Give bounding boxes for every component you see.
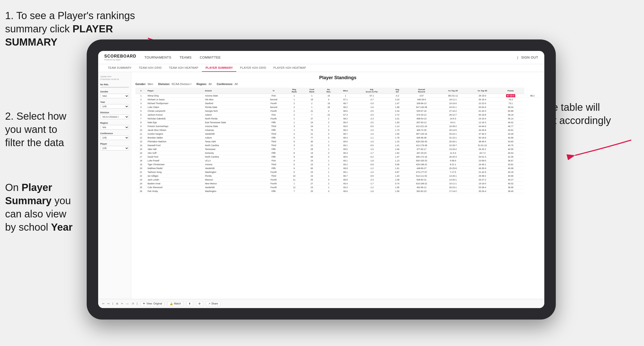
- nav-right: | Sign out: [517, 54, 538, 60]
- table-cell: 2: [303, 102, 321, 105]
- table-cell: 69.1: [337, 144, 354, 147]
- share-btn[interactable]: ↗ Share: [206, 301, 221, 306]
- view-original-btn[interactable]: 👁 View: Original: [140, 301, 164, 306]
- table-cell: 1.73: [389, 128, 405, 132]
- view-icon: 👁: [143, 302, 145, 305]
- table-cell: 1.47: [389, 102, 405, 105]
- undo-icon[interactable]: ↩: [102, 302, 104, 305]
- table-cell: 57-23-0: [497, 94, 525, 98]
- nav-teams[interactable]: TEAMS: [179, 54, 191, 60]
- table-cell: 1.98: [389, 105, 405, 109]
- table-cell: 68.8: [337, 178, 354, 182]
- table-cell: Florida: [204, 174, 262, 178]
- watch-btn[interactable]: 🔔 Watch: [168, 301, 183, 306]
- table-row: 15Jake HallTennesseeFifth728168.5-1.51.6…: [135, 147, 540, 151]
- table-cell: Georgia Tech: [204, 109, 262, 113]
- gender-label: Gender: [100, 90, 129, 93]
- table-cell: 43.49: [497, 132, 525, 136]
- table-row: 9Preston SummerhaysArizona StateThird324…: [135, 124, 540, 128]
- division-select[interactable]: NCAA Division I: [100, 115, 129, 119]
- table-row: 6Jackson KoivunAuburnFirst272267.3-2.02.…: [135, 113, 540, 117]
- table-cell: 21: [303, 132, 321, 136]
- table-cell: -1.2: [354, 167, 389, 170]
- table-cell: -1.7: [354, 151, 389, 155]
- sub-nav-team-h2h-heatmap[interactable]: TEAM H2H HEATMAP: [165, 64, 202, 72]
- col-wins: Wins: [337, 88, 354, 94]
- table-cell: Third: [262, 174, 285, 178]
- refresh-icon[interactable]: ↺: [132, 302, 134, 305]
- table-cell: 1: [321, 124, 337, 128]
- table-cell: 1: [285, 98, 303, 102]
- table-cell: 44-26-8: [468, 128, 497, 132]
- table-cell: 68.6: [337, 189, 354, 193]
- cut-icon[interactable]: ✂: [121, 302, 123, 305]
- table-cell: 547-140-38: [405, 105, 438, 109]
- copy-icon[interactable]: ⧉: [116, 302, 118, 305]
- table-cell: 5: [285, 163, 303, 167]
- table-cell: 1: [321, 140, 337, 144]
- rds-slider[interactable]: [100, 87, 129, 88]
- table-cell: -1.0: [354, 132, 389, 136]
- nav-separator: |: [517, 56, 518, 59]
- table-cell: Missouri: [204, 178, 262, 182]
- nav-signout[interactable]: Sign out: [521, 54, 538, 60]
- table-cell: 50-19-8: [468, 113, 497, 117]
- table-cell: 40.68: [497, 174, 525, 178]
- sub-nav-team-h2h-grid[interactable]: TEAM H2H GRID: [135, 64, 165, 72]
- table-cell: 68.2: [337, 117, 354, 121]
- sub-nav-team-summary[interactable]: TEAM SUMMARY: [104, 64, 135, 72]
- table-cell: 19-39-2: [438, 124, 468, 128]
- table-cell: 61-20-3: [468, 109, 497, 113]
- table-cell: 1: [135, 94, 147, 98]
- col-points: Points: [497, 88, 525, 94]
- year-select[interactable]: (All): [100, 104, 129, 109]
- table-cell: 20-25-8: [438, 167, 468, 170]
- sub-nav-player-h2h-grid[interactable]: PLAYER H2H GRID: [236, 64, 270, 72]
- filter-region-val: All: [209, 82, 212, 86]
- table-cell: 17: [135, 155, 147, 159]
- table-cell: 6: [285, 170, 303, 174]
- table-cell: 6: [285, 167, 303, 170]
- nav-committee[interactable]: COMMITTEE: [200, 54, 221, 60]
- table-cell: 7-17-5: [438, 170, 468, 174]
- conference-select[interactable]: (All): [100, 135, 129, 140]
- table-cell: -3.2: [389, 94, 405, 98]
- table-cell: 20-26-1: [438, 140, 468, 144]
- filters-row: Gender: Men Division: NCAA Division I Re…: [135, 82, 540, 86]
- table-cell: 1.43: [389, 174, 405, 178]
- table-cell: 509-82-21: [405, 178, 438, 182]
- ann4-bold3: Year: [51, 222, 73, 233]
- logo-sub: Powered by dippd: [104, 59, 136, 61]
- table-cell: -2.5: [354, 121, 389, 124]
- table-cell: 628-150-30: [405, 140, 438, 144]
- sub-nav-player-summary[interactable]: PLAYER SUMMARY: [202, 64, 236, 72]
- table-cell: 616-168-22: [405, 182, 438, 186]
- nav-tournaments[interactable]: TOURNAMENTS: [145, 54, 172, 60]
- table-cell: 20-14-5: [438, 128, 468, 132]
- region-select[interactable]: N/a: [100, 125, 129, 130]
- table-cell: 13-18-2: [438, 147, 468, 151]
- filter-gender-val: Men: [148, 82, 153, 86]
- ann2-l1: 2. Select how: [5, 110, 66, 122]
- table-cell: 6: [285, 140, 303, 144]
- table-cell: 68.4: [337, 136, 354, 140]
- sub-nav-player-h2h-heatmap[interactable]: PLAYER H2H HEATMAP: [270, 64, 310, 72]
- download-btn[interactable]: ⬇: [186, 301, 193, 306]
- ann4-l4: by school: [5, 222, 51, 233]
- player-select[interactable]: (All): [100, 146, 129, 150]
- table-cell: 24-45-1: [468, 163, 497, 167]
- gender-select[interactable]: Men: [100, 94, 129, 98]
- table-cell: 11: [285, 178, 303, 182]
- nav-links: TOURNAMENTS TEAMS COMMITTEE: [145, 54, 517, 60]
- table-cell: 22: [321, 113, 337, 117]
- settings-btn[interactable]: ⚙: [196, 301, 203, 306]
- table-cell: 12: [135, 136, 147, 140]
- table-cell: 1.61: [389, 167, 405, 170]
- table-cell: Auburn: [204, 113, 262, 117]
- table-cell: 14-20-1: [438, 178, 468, 182]
- table-cell: 3.10: [389, 98, 405, 102]
- table-cell: Fifth: [262, 121, 285, 124]
- table-cell: 88.2: [524, 94, 540, 98]
- table-cell: 4: [135, 105, 147, 109]
- redo-icon[interactable]: ↪: [107, 302, 109, 305]
